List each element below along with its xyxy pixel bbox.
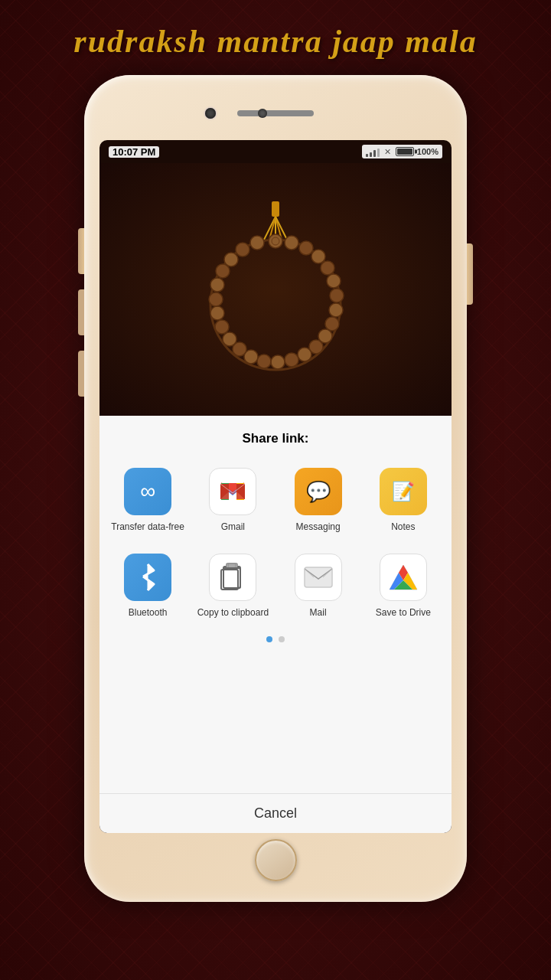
battery-icon [396, 147, 414, 156]
svg-point-7 [269, 234, 282, 248]
svg-point-12 [321, 261, 334, 275]
share-item-mail[interactable]: Mail [278, 547, 359, 626]
share-title: Share link: [99, 416, 452, 458]
signal-icon [366, 146, 380, 157]
svg-point-13 [327, 274, 341, 288]
svg-rect-41 [305, 567, 332, 587]
phone-speaker [237, 110, 314, 116]
screen: 10:07 PM ✕ 100% [99, 140, 452, 833]
share-item-transfer[interactable]: ∞ Transfer data-free [107, 462, 188, 540]
transfer-label: Transfer data-free [111, 521, 184, 534]
home-button[interactable] [255, 839, 297, 881]
svg-point-31 [224, 253, 238, 266]
svg-point-9 [285, 236, 298, 250]
phone-frame: 10:07 PM ✕ 100% [84, 75, 467, 902]
mail-icon [295, 554, 342, 601]
svg-point-26 [215, 320, 229, 334]
share-item-drive[interactable]: Save to Drive [363, 547, 444, 626]
app-image [99, 163, 452, 416]
messaging-label: Messaging [296, 521, 341, 534]
share-item-clipboard[interactable]: Copy to clipboard [192, 547, 273, 626]
share-grid-row2: Bluetooth Copy to clipboard [99, 544, 452, 629]
svg-point-16 [325, 317, 339, 331]
drive-icon [380, 554, 427, 601]
status-bar: 10:07 PM ✕ 100% [99, 140, 452, 163]
dot-2[interactable] [279, 636, 285, 642]
share-item-messaging[interactable]: 💬 Messaging [278, 462, 359, 540]
clipboard-icon [209, 554, 256, 601]
svg-rect-0 [272, 201, 279, 217]
cancel-row: Cancel [99, 793, 452, 833]
svg-point-29 [210, 278, 224, 292]
clipboard-label: Copy to clipboard [197, 607, 269, 619]
svg-point-30 [216, 264, 230, 278]
share-sheet: Share link: ∞ Transfer data-free [99, 416, 452, 833]
drive-label: Save to Drive [376, 607, 431, 619]
svg-point-21 [271, 355, 285, 369]
mail-label: Mail [310, 607, 327, 619]
svg-point-33 [250, 236, 264, 250]
svg-point-15 [329, 303, 343, 317]
phone-bottom [99, 833, 452, 887]
svg-point-28 [209, 292, 223, 306]
phone-top [99, 90, 452, 136]
bluetooth-icon [124, 554, 171, 601]
status-time: 10:07 PM [109, 146, 159, 158]
transfer-icon: ∞ [124, 468, 171, 515]
svg-point-20 [285, 353, 298, 367]
share-item-bluetooth[interactable]: Bluetooth [107, 547, 188, 626]
phone-camera [258, 109, 267, 118]
battery-percentage: 100% [417, 147, 439, 156]
share-item-notes[interactable]: 📝 Notes [363, 462, 444, 540]
status-icons: ✕ 100% [362, 145, 442, 158]
front-camera [205, 108, 216, 119]
page-dots [99, 629, 452, 646]
svg-point-27 [210, 306, 224, 320]
svg-point-22 [257, 354, 271, 368]
svg-point-10 [299, 241, 313, 255]
notes-label: Notes [391, 521, 415, 534]
bluetooth-label: Bluetooth [129, 607, 168, 619]
svg-point-25 [223, 332, 236, 346]
svg-point-32 [236, 243, 249, 256]
share-grid-row1: ∞ Transfer data-free [99, 458, 452, 544]
cancel-button[interactable]: Cancel [111, 805, 440, 822]
messaging-icon: 💬 [295, 468, 342, 515]
notes-icon: 📝 [380, 468, 427, 515]
svg-point-11 [311, 250, 325, 263]
gmail-icon [209, 468, 256, 515]
svg-point-19 [298, 348, 311, 361]
gmail-label: Gmail [221, 521, 245, 534]
app-title: rudraksh mantra jaap mala [58, 0, 492, 75]
dot-1[interactable] [266, 636, 272, 642]
svg-point-14 [330, 289, 344, 302]
share-item-gmail[interactable]: Gmail [192, 462, 273, 540]
